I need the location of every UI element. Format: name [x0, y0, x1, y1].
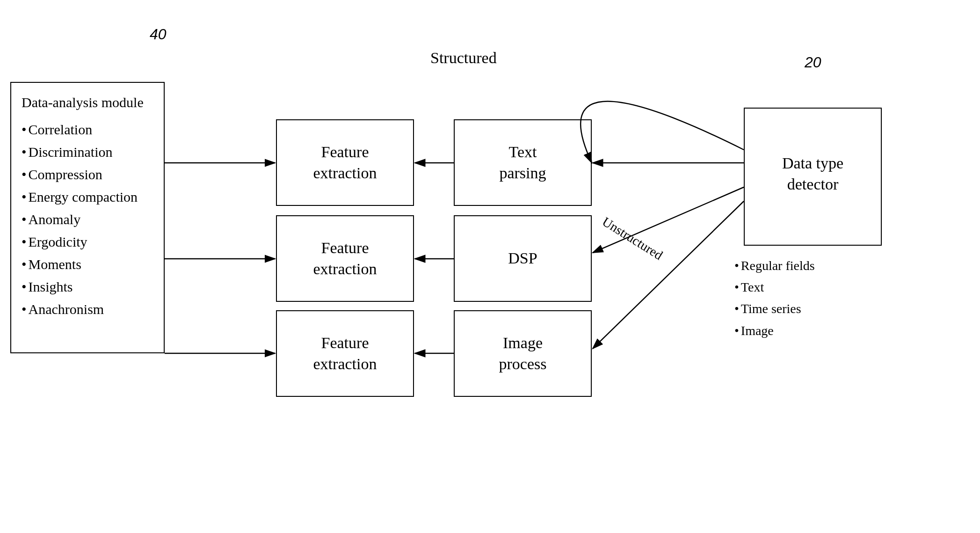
diagram-container: 40 20 Structured Data-analysis module Co…	[0, 0, 980, 533]
list-item: Correlation	[22, 118, 153, 141]
dsp-text: DSP	[508, 248, 537, 269]
annotation-20: 20	[805, 54, 821, 71]
list-item: Moments	[22, 253, 153, 276]
data-analysis-list: Correlation Discrimination Compression E…	[22, 118, 153, 321]
list-item: Discrimination	[22, 141, 153, 163]
data-type-detector-list: Regular fields Text Time series Image	[734, 255, 815, 342]
feature-extraction-1-text: Featureextraction	[313, 142, 377, 183]
feature-extraction-box-2: Featureextraction	[276, 215, 414, 302]
list-item: Anomaly	[22, 208, 153, 231]
annotation-40: 40	[150, 26, 167, 43]
feature-extraction-box-1: Featureextraction	[276, 119, 414, 206]
feature-extraction-box-3: Featureextraction	[276, 310, 414, 397]
feature-extraction-3-text: Featureextraction	[313, 333, 377, 374]
list-item: Regular fields	[734, 255, 815, 277]
unstructured-label: Unstructured	[600, 214, 666, 263]
image-process-text: Imageprocess	[499, 333, 547, 374]
data-analysis-title: Data-analysis module	[22, 91, 153, 114]
text-parsing-text: Textparsing	[499, 142, 546, 183]
list-item: Time series	[734, 298, 815, 320]
list-item: Anachronism	[22, 298, 153, 321]
image-process-box: Imageprocess	[454, 310, 592, 397]
feature-extraction-2-text: Featureextraction	[313, 238, 377, 279]
list-item: Ergodicity	[22, 231, 153, 253]
data-type-detector-box: Data typedetector	[744, 108, 882, 246]
list-item: Image	[734, 320, 815, 342]
text-parsing-box: Textparsing	[454, 119, 592, 206]
dsp-box: DSP	[454, 215, 592, 302]
list-item: Energy compaction	[22, 186, 153, 208]
data-type-detector-title: Data typedetector	[782, 153, 843, 194]
list-item: Text	[734, 277, 815, 298]
list-item: Insights	[22, 276, 153, 298]
list-item: Compression	[22, 163, 153, 186]
data-analysis-module-box: Data-analysis module Correlation Discrim…	[10, 82, 165, 353]
structured-label: Structured	[430, 49, 497, 67]
